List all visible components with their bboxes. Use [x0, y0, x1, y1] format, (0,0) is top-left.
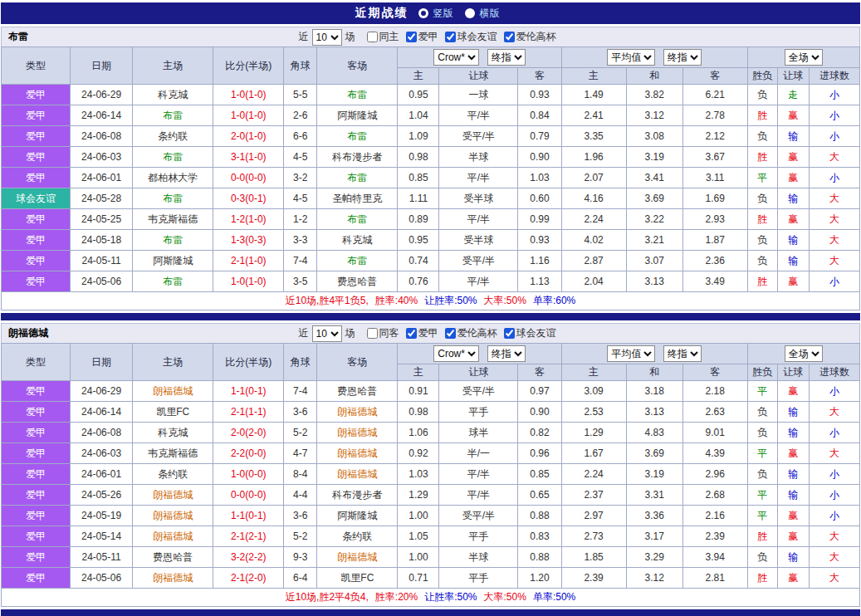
- cell-result: 负: [747, 188, 777, 209]
- avg-stage-select[interactable]: 终指: [663, 345, 702, 362]
- avg-stage-select[interactable]: 终指: [663, 49, 702, 66]
- filter-checkbox-input[interactable]: [367, 328, 378, 339]
- cell-odds-away: 0.97: [518, 381, 561, 402]
- cell-competition: 爱甲: [2, 251, 71, 271]
- filter-checkbox[interactable]: 爱甲: [406, 326, 438, 340]
- filter-checkbox-input[interactable]: [504, 32, 515, 42]
- cell-odds-home: 1.11: [398, 188, 439, 209]
- cell-handicap: 受半球: [439, 188, 518, 209]
- filter-checkbox[interactable]: 爱甲: [406, 30, 438, 44]
- cell-odds-away: 0.84: [518, 105, 561, 126]
- cell-result: 负: [747, 423, 777, 443]
- cell-score: 1-1(0-1): [213, 381, 284, 402]
- radio-horizontal-label[interactable]: 横版: [480, 7, 500, 21]
- cell-handicap-result: 输: [777, 423, 809, 443]
- result-group-header: 全场: [747, 344, 859, 364]
- cell-odds-home: 0.95: [398, 230, 439, 251]
- filter-checkbox[interactable]: 球会友谊: [504, 326, 556, 340]
- filter-checkbox[interactable]: 爱伦高杯: [445, 326, 497, 340]
- filter-checkbox[interactable]: 爱伦高杯: [504, 30, 556, 44]
- cell-score: 2-1(2-0): [213, 568, 284, 589]
- filter-checkbox[interactable]: 球会友谊: [445, 30, 497, 44]
- cell-away-team: 科克城: [317, 230, 398, 251]
- cell-goals: 小: [809, 168, 859, 188]
- cell-avg-home: 2.24: [561, 209, 626, 230]
- summary-segment: 近10场,胜2平4负4,: [286, 590, 369, 604]
- avg-odds-group-header: 平均值 终指: [561, 344, 747, 364]
- match-row: 爱甲24-06-08条约联2-0(1-0)6-6布雷1.09受平/半0.793.…: [2, 126, 860, 147]
- cell-odds-away: 0.88: [518, 506, 561, 526]
- subheader-avg-draw: 和: [626, 364, 682, 381]
- cell-score: 0-0(0-0): [213, 485, 284, 506]
- cell-away-team: 阿斯隆城: [317, 506, 398, 526]
- match-row: 爱甲24-06-29科克城1-0(1-0)5-5布雷0.95一球0.931.49…: [2, 85, 860, 105]
- filter-checkbox-input[interactable]: [406, 32, 417, 42]
- cell-avg-draw: 3.82: [626, 85, 682, 105]
- odds-stage-select[interactable]: 终指: [487, 49, 526, 66]
- cell-avg-away: 4.39: [682, 443, 747, 464]
- cell-competition: 爱甲: [2, 506, 71, 526]
- filter-checkbox-input[interactable]: [406, 328, 417, 339]
- cell-odds-away: 0.79: [518, 126, 561, 147]
- radio-vertical[interactable]: [418, 8, 428, 18]
- cell-home-team: 科克城: [133, 85, 213, 105]
- recent-count-select[interactable]: 10: [312, 29, 342, 46]
- filter-checkbox-input[interactable]: [445, 32, 456, 42]
- cell-competition: 爱甲: [2, 147, 71, 168]
- cell-avg-home: 1.85: [561, 547, 626, 568]
- scope-select[interactable]: 全场: [785, 49, 823, 66]
- subheader-avg-home: 主: [561, 364, 626, 381]
- radio-horizontal[interactable]: [465, 8, 475, 18]
- cell-competition: 爱甲: [2, 85, 71, 105]
- column-header-date: 日期: [71, 344, 133, 381]
- cell-handicap: 平/半: [439, 168, 518, 188]
- recent-suffix-label: 场: [345, 326, 355, 340]
- recent-count-select[interactable]: 10: [312, 325, 342, 342]
- summary-line: 近10场,胜2平4负4,胜率:20%让胜率:50%大率:50%单率:50%: [1, 589, 860, 607]
- filter-checkbox[interactable]: 同客: [367, 326, 399, 340]
- cell-date: 24-06-03: [71, 443, 133, 464]
- cell-corners: 9-3: [284, 547, 317, 568]
- filter-bar: 近 10 场 同主爱甲球会友谊爱伦高杯: [299, 29, 563, 46]
- cell-corners: 5-2: [284, 423, 317, 443]
- cell-result: 平: [747, 443, 777, 464]
- cell-away-team: 科布漫步者: [317, 485, 398, 506]
- cell-avg-draw: 3.69: [626, 188, 682, 209]
- cell-avg-draw: 3.12: [626, 105, 682, 126]
- cell-handicap-result: 赢: [777, 506, 809, 526]
- match-row: 爱甲24-06-08科克城2-0(2-0)5-2朗福德城1.06球半0.821.…: [2, 423, 860, 443]
- cell-odds-away: 1.03: [518, 168, 561, 188]
- odds-company-select[interactable]: Crow*: [433, 49, 479, 66]
- cell-handicap-result: 赢: [777, 105, 809, 126]
- filter-checkbox-input[interactable]: [367, 32, 378, 42]
- cell-date: 24-06-01: [71, 464, 133, 485]
- column-header-home: 主场: [133, 344, 213, 381]
- column-header-away: 客场: [317, 47, 398, 85]
- cell-odds-away: 0.99: [518, 209, 561, 230]
- cell-avg-draw: 3.13: [626, 402, 682, 423]
- cell-avg-away: 2.12: [682, 126, 747, 147]
- cell-date: 24-06-01: [71, 168, 133, 188]
- cell-goals: 小: [809, 423, 859, 443]
- match-row: 爱甲24-06-03韦克斯福德2-2(0-0)4-7朗福德城0.92半/一0.9…: [2, 443, 860, 464]
- filter-checkbox-input[interactable]: [504, 328, 515, 339]
- radio-vertical-label[interactable]: 竖版: [433, 7, 453, 21]
- avg-source-select[interactable]: 平均值: [607, 345, 655, 362]
- filter-checkbox-input[interactable]: [445, 328, 456, 339]
- cell-avg-draw: 3.41: [626, 168, 682, 188]
- cell-away-team: 朗福德城: [317, 443, 398, 464]
- odds-stage-select[interactable]: 终指: [487, 345, 526, 362]
- avg-source-select[interactable]: 平均值: [607, 49, 655, 66]
- cell-home-team: 费恩哈普: [133, 547, 213, 568]
- filter-checkbox[interactable]: 同主: [367, 30, 399, 44]
- scope-select[interactable]: 全场: [785, 345, 823, 362]
- section-header-bar: 布雷 近 10 场 同主爱甲球会友谊爱伦高杯: [1, 27, 860, 46]
- cell-avg-draw: 4.83: [626, 423, 682, 443]
- odds-company-select[interactable]: Crow*: [433, 345, 479, 362]
- cell-away-team: 费恩哈普: [317, 381, 398, 402]
- cell-handicap: 受平/半: [439, 251, 518, 271]
- cell-score: 0-0(0-0): [213, 168, 284, 188]
- cell-handicap: 半球: [439, 147, 518, 168]
- cell-avg-away: 1.87: [682, 230, 747, 251]
- cell-handicap: 平/半: [439, 485, 518, 506]
